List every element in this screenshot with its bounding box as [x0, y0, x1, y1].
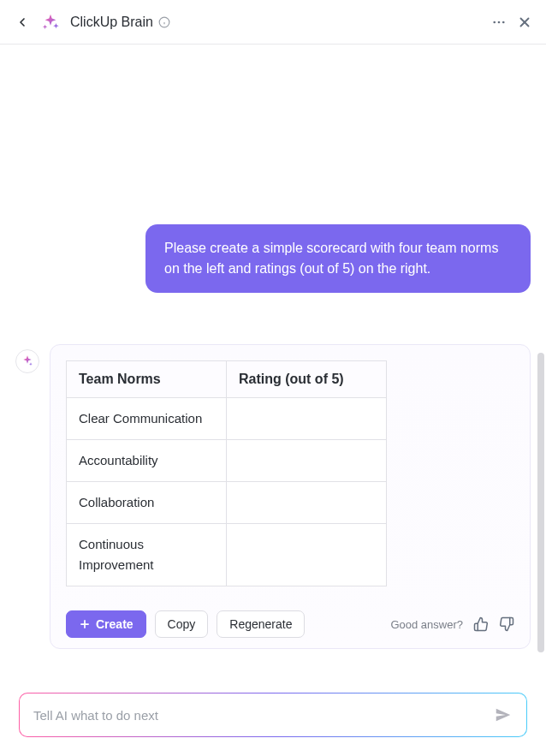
header-title-text: ClickUp Brain [70, 15, 153, 30]
back-button[interactable] [14, 14, 31, 31]
info-icon[interactable] [158, 16, 170, 28]
regenerate-label: Regenerate [229, 617, 292, 631]
rating-cell[interactable] [227, 398, 387, 440]
rating-cell[interactable] [227, 524, 387, 586]
norm-cell: Clear Communication [67, 398, 227, 440]
ai-avatar [15, 349, 39, 373]
input-area [0, 681, 546, 756]
feedback-group: Good answer? [390, 616, 514, 632]
table-row: Continuous Improvement [67, 524, 387, 586]
copy-label: Copy [168, 617, 196, 631]
norm-cell: Continuous Improvement [67, 524, 227, 586]
table-row: Accountability [67, 440, 387, 482]
input-box[interactable] [19, 693, 527, 737]
scorecard-table: Team Norms Rating (out of 5) Clear Commu… [66, 360, 387, 586]
chat-body: Please create a simple scorecard with fo… [0, 45, 546, 681]
app-window: ClickUp Brain Please create a simple sco… [0, 0, 546, 756]
chevron-left-icon [15, 15, 29, 29]
plus-icon [79, 618, 91, 630]
copy-button[interactable]: Copy [155, 610, 209, 638]
norm-cell: Collaboration [67, 482, 227, 524]
rating-cell[interactable] [227, 440, 387, 482]
scrollbar[interactable] [537, 353, 544, 652]
table-row: Clear Communication [67, 398, 387, 440]
svg-point-5 [502, 21, 505, 23]
header-actions [491, 15, 532, 30]
ai-card: Team Norms Rating (out of 5) Clear Commu… [50, 344, 531, 649]
send-button[interactable] [494, 705, 513, 724]
svg-point-4 [498, 21, 501, 23]
ellipsis-icon [491, 15, 507, 30]
chat-input[interactable] [33, 708, 485, 723]
user-message: Please create a simple scorecard with fo… [145, 224, 531, 293]
more-menu-button[interactable] [491, 15, 507, 30]
send-icon [494, 705, 513, 724]
regenerate-button[interactable]: Regenerate [217, 610, 305, 638]
feedback-prompt: Good answer? [390, 618, 463, 631]
close-button[interactable] [517, 15, 532, 30]
close-icon [517, 15, 532, 30]
create-button[interactable]: Create [66, 610, 146, 638]
action-row: Create Copy Regenerate Good answer? [66, 610, 514, 638]
thumbs-up-icon [473, 616, 489, 632]
sparkle-icon [21, 354, 34, 368]
table-header-rating: Rating (out of 5) [227, 361, 387, 398]
create-label: Create [96, 617, 134, 631]
rating-cell[interactable] [227, 482, 387, 524]
table-header-norms: Team Norms [67, 361, 227, 398]
brain-icon [41, 13, 60, 32]
header-title: ClickUp Brain [70, 15, 170, 30]
thumbs-up-button[interactable] [473, 616, 489, 632]
norm-cell: Accountability [67, 440, 227, 482]
thumbs-down-button[interactable] [499, 616, 514, 632]
header: ClickUp Brain [0, 0, 546, 45]
svg-point-3 [493, 21, 496, 23]
ai-response-block: Team Norms Rating (out of 5) Clear Commu… [15, 344, 531, 649]
thumbs-down-icon [499, 616, 514, 632]
table-row: Collaboration [67, 482, 387, 524]
